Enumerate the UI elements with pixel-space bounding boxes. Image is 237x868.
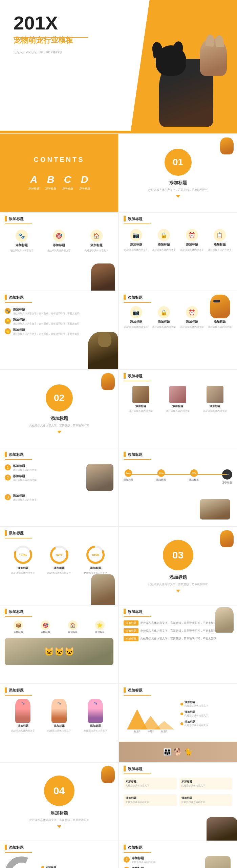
chart-item-desc-3: 此处添加具体内容文字 [185,724,208,727]
flow-icon-circle-4: ⭐ [95,620,105,630]
svg-text:标题2: 标题2 [147,730,154,733]
tag-2: 添加标题 [124,628,138,633]
yellow-line-1 [5,224,32,224]
cats-info-title-2: 添加标题 [132,866,155,868]
cats-emoji: 🐱🐱🐱 [44,647,74,656]
section-header-15: 添加标题 [119,841,237,852]
info-box-title-4: 添加标题 [181,796,231,800]
slide-title-3: 添加标题 [9,295,24,300]
progress-slide: 添加标题 125% 添加标题 此处添加具体内容文字 165% 添加标题 [0,527,118,605]
section-header-2: 添加标题 [119,213,237,224]
section-03-circle: 03 [163,540,193,570]
tag-desc-3: 此处添加具体内容文字，言简意赅，简单说明即可，不要太繁琐 [141,637,216,640]
card-desc-7: 此处添加具体内容文字 [208,248,232,251]
cats-info-slide: 添加标题 1 添加标题 此处添加具体内容文字 2 添加标题 此处添加具体内容文字 [119,841,237,868]
svg-point-17 [8,860,35,868]
section-02-title: 添加标题 [50,416,68,422]
slide-title-13: 添加标题 [128,766,143,771]
circle-label-1: 添加标题 [41,866,113,868]
section-01-num: 01 [173,157,183,167]
section-01-desc: 此处添加具体内容文字，言简意赅，简单说明即可 [142,188,215,192]
yellow-line-12 [124,695,151,696]
info-box-desc-2: 此处添加具体内容文字 [181,784,231,787]
pet-figure-2: 🐾 [51,699,67,723]
card-desc-9: 此处添加具体内容文字 [152,325,176,329]
timeline-node-4: 201X 添加标题 [222,469,232,484]
prog-label-3: 添加标题 [90,566,101,570]
yellow-line-3 [5,302,32,303]
flow-icon-3: 🏠 添加标题 [68,620,78,634]
prog-label-2: 添加标题 [54,566,65,570]
info-box-title-3: 添加标题 [126,796,175,800]
info-box-title-2: 添加标题 [181,780,231,783]
pet-figure-1: 🐾 [15,699,30,723]
team-photo-2 [169,386,186,403]
section-header-1: 添加标题 [0,213,118,224]
flow-label-4: 添加标题 [95,631,105,634]
cats-info-text: 1 添加标题 此处添加具体内容文字 2 添加标题 此处添加具体内容文字 3 [124,856,202,868]
bar-accent-5 [124,373,126,379]
list-item-1: 🐾 添加标题 此处添加具体内容文字，言简意赅，简单说明即可，不要太繁琐 [5,308,113,315]
timeline-node-3: 20% 添加标题 [189,469,199,484]
triangle-indicator-01 [176,195,180,198]
card-desc-6: 此处添加具体内容文字 [180,248,204,251]
chart-dot-3 [180,722,183,725]
svg-text:125%: 125% [19,553,27,557]
yellow-line-6 [5,459,32,460]
dog-figure-small [91,260,118,291]
chart-item-desc-1: 此处添加具体内容文字 [185,704,208,707]
icon-cards-slide-2: 添加标题 📷 添加标题 此处添加具体内容文字 🔒 添加标题 此处添加具体内容文字… [119,213,237,291]
team-card-3: 添加标题 此处添加具体内容文字 [203,386,227,413]
pet-item-2: 🐾 添加标题 此处添加具体内容文字 [47,699,71,733]
section-01-circle: 01 [165,149,192,176]
label-a: 添加标题 [28,187,39,190]
list-title-5: 添加标题 [13,474,37,479]
team-role-1: 此处添加具体内容文字 [129,409,153,413]
cover-dog-figure [152,39,227,127]
cover-title-area: 201X 宠物萌宠行业模板 汇报人：xxx汇报日期：201X年XX月 [14,14,73,55]
letter-d: D [81,174,88,185]
timeline-line [129,474,227,475]
tag-3: 添加标题 [124,636,138,641]
card-desc-5: 此处添加具体内容文字 [152,248,176,251]
letter-c: C [64,174,71,185]
chart-dot-1 [180,703,183,705]
dressed-pets-slide: 添加标题 🐾 添加标题 此处添加具体内容文字 🐾 添加标题 此处添加具体内容文字… [0,684,118,762]
icon-4: 📷 [130,229,142,241]
section-header-11: 添加标题 [0,684,118,695]
chart-item-title-3: 添加标题 [185,720,208,724]
content-item-c: C 添加标题 [62,174,73,190]
info-box-2: 添加标题 此处添加具体内容文字 [179,778,233,789]
letter-b: B [47,174,55,185]
list-content-2: 添加标题 此处添加具体内容文字，言简意赅，简单说明即可，不要太繁琐 [13,318,79,325]
cover-bottom-stripe [0,131,137,133]
card-desc-8: 此处添加具体内容文字 [124,325,148,329]
progress-ring-3: 185% [85,545,106,565]
slide-pair-9: 添加标题 🐾 添加标题 此处添加具体内容文字 🐾 添加标题 此处添加具体内容文字… [0,684,237,762]
cat-sunglasses-figure [210,291,234,318]
icon-card-2: 🎯 添加标题 此处添加具体内容文字 [42,230,76,252]
content-item-a: A 添加标题 [28,174,39,190]
slide-pair-8: 添加标题 📦 添加标题 🎯 添加标题 🏠 添加标题 ⭐ 添加标题 🐱🐱🐱 [0,606,237,683]
contents-slide: CONTENTS A 添加标题 B 添加标题 C 添加标题 D 添加标题 [0,134,118,212]
section-02-slide: 02 添加标题 此处添加具体内容文字，言简意赅，简单说明即可 [0,370,118,448]
pet-icon-04 [101,766,115,783]
node-label-3: 添加标题 [189,478,199,482]
cats-info-item-1: 1 添加标题 此处添加具体内容文字 [124,856,202,864]
content-item-d: D 添加标题 [79,174,90,190]
list-title-1: 添加标题 [13,308,79,312]
pet-label-2: 添加标题 [54,724,65,728]
card-title-3: 添加标题 [90,243,103,248]
pet-desc-1: 此处添加具体内容文字 [11,729,35,733]
section-04-num: 04 [53,786,65,796]
triangle-indicator-03 [176,590,180,592]
slide-pair-6: 添加标题 1 添加标题 此处添加具体内容文字 2 添加标题 此处添加具体内容文字 [0,448,237,526]
info-box-3: 添加标题 此处添加具体内容文字 [124,794,177,806]
yellow-line-14 [5,852,32,853]
section-01-title: 添加标题 [169,180,187,186]
list-content-3: 添加标题 此处添加具体内容文字，言简意赅，简单说明即可，不要太繁琐 [13,328,79,335]
section-03-num: 03 [172,550,184,560]
slide-title-8: 添加标题 [9,531,24,536]
timeline-container: 20% 添加标题 20% 添加标题 20% 添加标题 201X 添加标题 [119,463,237,491]
team-photos-slide: 添加标题 添加标题 此处添加具体内容文字 添加标题 此处添加具体内容文字 添加标… [119,370,237,448]
